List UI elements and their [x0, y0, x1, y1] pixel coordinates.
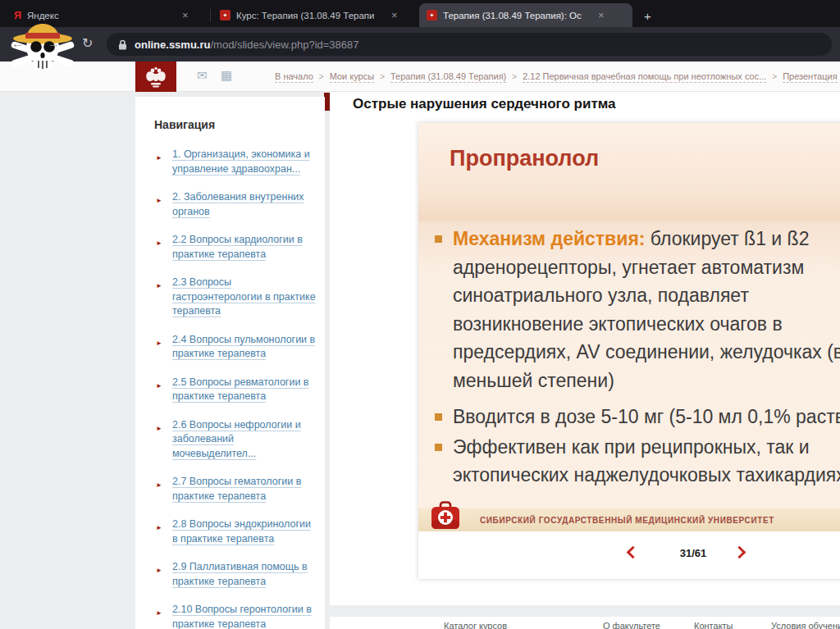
site-header: ✉ ▦ В начало>Мои курсы>Терапия (31.08.49… — [0, 62, 840, 92]
sidebar-nav-link[interactable]: 2.9 Паллиативная помощь в практике терап… — [172, 561, 308, 587]
sidebar-nav-item: ►2.9 Паллиативная помощь в практике тера… — [154, 560, 316, 589]
close-tab-icon[interactable]: × — [180, 10, 190, 21]
sidebar-nav-link[interactable]: 2.4 Вопросы пульмонологии в практике тер… — [172, 334, 315, 360]
slide-prev-icon[interactable] — [627, 546, 640, 559]
breadcrumb-separator-icon: > — [512, 72, 517, 81]
tab-title: Терапия (31.08.49 Терапия): Ос — [443, 11, 591, 21]
slide-title: Пропранолол — [418, 123, 840, 171]
slide-text-line: меньшей степени) — [453, 367, 840, 395]
sidebar-nav-link[interactable]: 2.3 Вопросы гастроэнтерологии в практике… — [172, 276, 316, 317]
slide-next-icon[interactable] — [733, 546, 746, 559]
sidebar-nav-link[interactable]: 2.10 Вопросы геронтологии в практике тер… — [172, 604, 312, 629]
slide-brand-band: СИБИРСКИЙ ГОСУДАРСТВЕННЫЙ МЕДИЦИНСКИЙ УН… — [418, 508, 840, 531]
navigation-sidebar: Навигация ►1. Организация, экономика и у… — [135, 97, 325, 629]
nav-bullet-icon: ► — [156, 521, 162, 536]
sidebar-nav-item: ►1. Организация, экономика и управление … — [154, 148, 316, 176]
nav-bullet-icon: ► — [156, 336, 162, 351]
sidebar-nav-link[interactable]: 1. Организация, экономика и управление з… — [172, 148, 310, 175]
nav-bullet-icon: ► — [156, 151, 162, 166]
slide-text-line: предсердиях, AV соединении, желудочках (… — [453, 338, 840, 367]
site-footer: Каталог курсовО факультетеКонтактыУслови… — [330, 617, 840, 629]
url-text: online.ssmu.ru/mod/slides/view.php?id=38… — [135, 37, 359, 52]
sidebar-nav-link[interactable]: 2.6 Вопросы нефрологии и заболеваний моч… — [172, 419, 301, 459]
sidebar-nav-link[interactable]: 2. Заболевания внутренних органов — [172, 191, 304, 217]
slide-page-indicator: 31/61 — [664, 547, 722, 559]
breadcrumb-link[interactable]: В начало — [275, 71, 313, 83]
breadcrumb-separator-icon: > — [380, 72, 385, 81]
bullet-square-icon — [435, 444, 442, 451]
nav-bullet-icon: ► — [156, 194, 162, 208]
slide-text-line: адренорецепторы, угнетает автоматизм — [453, 253, 840, 282]
yandex-favicon-icon: Я — [14, 10, 21, 21]
new-tab-icon[interactable]: + — [644, 9, 651, 23]
nav-bullet-icon: ► — [156, 379, 162, 394]
ssmu-favicon-icon: ✦ — [427, 10, 437, 21]
breadcrumb-link[interactable]: Терапия (31.08.49 Терапия) — [390, 71, 506, 83]
slide-body: Механизм действия: блокирует ß1 и ß2адре… — [418, 221, 840, 508]
forward-icon[interactable]: → — [48, 36, 60, 50]
slide-bullet: Механизм действия: блокирует ß1 и ß2адре… — [418, 225, 840, 394]
slide-text-line: возникновение эктопических очагов в — [453, 310, 840, 339]
sidebar-nav-item: ►2.6 Вопросы нефрологии и заболеваний мо… — [154, 418, 316, 462]
first-aid-kit-icon — [429, 499, 462, 531]
tab-separator — [210, 9, 211, 22]
sidebar-nav-link[interactable]: 2.7 Вопросы гематологии в практике терап… — [172, 476, 301, 502]
slide-text-line: Механизм действия: блокирует ß1 и ß2 — [453, 225, 840, 253]
slide-text-line: синоатриального узла, подавляет — [453, 281, 840, 310]
breadcrumb-link[interactable]: Презентация — [783, 71, 837, 83]
lock-icon — [118, 39, 127, 50]
sidebar-nav-link[interactable]: 2.8 Вопросы эндокринологии в практике те… — [172, 518, 311, 545]
sidebar-list: ►1. Организация, экономика и управление … — [154, 148, 313, 629]
sidebar-nav-item: ►2.10 Вопросы геронтологии в практике те… — [154, 603, 316, 629]
breadcrumb: В начало>Мои курсы>Терапия (31.08.49 Тер… — [275, 62, 840, 92]
footer-link[interactable]: Условия обучения — [771, 621, 840, 629]
sidebar-nav-item: ►2.3 Вопросы гастроэнтерологии в практик… — [154, 276, 316, 319]
slide-nav-bar: 31/61 — [418, 531, 840, 579]
page-title: Острые нарушения сердечного ритма — [353, 96, 616, 112]
breadcrumb-separator-icon: > — [772, 72, 777, 81]
footer-link[interactable]: Каталог курсов — [444, 621, 507, 629]
url-path: /mod/slides/view.php?id=38687 — [210, 39, 358, 51]
sidebar-nav-item: ►2.7 Вопросы гематологии в практике тера… — [154, 475, 316, 504]
sidebar-nav-link[interactable]: 2.2 Вопросы кардиологии в практике терап… — [172, 234, 303, 260]
sidebar-title: Навигация — [154, 118, 313, 131]
tab-3[interactable]: ✦Терапия (31.08.49 Терапия): Ос× — [419, 3, 632, 27]
apps-grid-icon[interactable]: ▦ — [221, 69, 232, 81]
nav-bullet-icon: ► — [156, 478, 162, 493]
tab-2[interactable]: ✦Курс: Терапия (31.08.49 Терапи× — [212, 3, 419, 27]
bullet-square-icon — [435, 235, 442, 243]
ssmu-crest-icon — [144, 66, 168, 89]
address-bar[interactable]: online.ssmu.ru/mod/slides/view.php?id=38… — [107, 33, 832, 56]
ssmu-favicon-icon: ✦ — [220, 10, 231, 21]
nav-bullet-icon: ► — [156, 236, 162, 251]
slide-bullet: Эффективен как при реципрокных, так иэкт… — [418, 433, 840, 490]
tab-strip: ЯЯндекс×✦Курс: Терапия (31.08.49 Терапи×… — [0, 0, 840, 27]
close-tab-icon[interactable]: × — [596, 10, 606, 21]
slide-bullet: Вводится в дозе 5-10 мг (5-10 мл 0,1% ра… — [418, 403, 840, 431]
sidebar-nav-item: ►2.2 Вопросы кардиологии в практике тера… — [154, 233, 316, 262]
close-tab-icon[interactable]: × — [390, 10, 399, 21]
sidebar-nav-item: ►2.4 Вопросы пульмонологии в практике те… — [154, 333, 316, 362]
footer-link[interactable]: Контакты — [694, 621, 733, 629]
sidebar-nav-link[interactable]: 2.5 Вопросы ревматологии в практике тера… — [172, 376, 308, 403]
bullet-lead-text: Механизм действия: — [453, 228, 645, 249]
url-host: online.ssmu.ru — [135, 39, 210, 51]
presentation-slide: Пропранолол Механизм действия: блокирует… — [418, 123, 840, 579]
tab-title: Курс: Терапия (31.08.49 Терапи — [236, 11, 384, 21]
nav-bullet-icon: ► — [156, 606, 162, 621]
breadcrumb-separator-icon: > — [319, 72, 324, 81]
tab-title: Яндекс — [27, 11, 175, 21]
footer-link[interactable]: О факультете — [603, 621, 660, 629]
browser-window: ЯЯндекс×✦Курс: Терапия (31.08.49 Терапи×… — [0, 0, 840, 629]
sidebar-nav-item: ►2.5 Вопросы ревматологии в практике тер… — [154, 376, 316, 404]
web-page: ✉ ▦ В начало>Мои курсы>Терапия (31.08.49… — [0, 62, 840, 629]
slide-text-line: Эффективен как при реципрокных, так и — [453, 433, 840, 462]
breadcrumb-link[interactable]: Мои курсы — [330, 71, 374, 83]
messages-icon[interactable]: ✉ — [197, 69, 208, 81]
university-name: СИБИРСКИЙ ГОСУДАРСТВЕННЫЙ МЕДИЦИНСКИЙ УН… — [480, 516, 774, 525]
reload-icon[interactable]: ↻ — [82, 35, 93, 51]
breadcrumb-link[interactable]: 2.12 Первичная врачебная помощь при неот… — [523, 71, 766, 83]
ssmu-logo[interactable] — [135, 62, 176, 92]
back-icon[interactable]: ← — [11, 36, 24, 50]
slide-text-line: Вводится в дозе 5-10 мг (5-10 мл 0,1% ра… — [453, 403, 840, 431]
